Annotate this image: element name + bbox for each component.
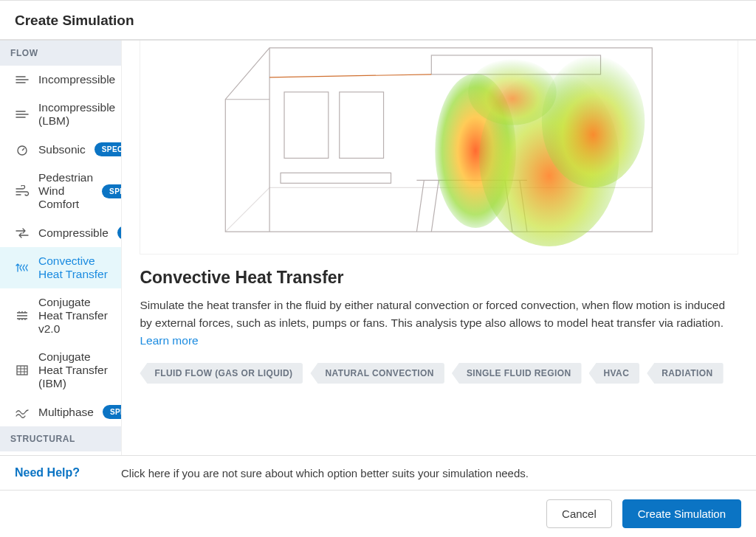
- sim-item-conjugate-heat-v2[interactable]: Conjugate Heat Transfer v2.0: [0, 288, 121, 343]
- simulation-type-sidebar[interactable]: FLOW Incompressible Incompressible (LBM)…: [0, 41, 122, 455]
- sim-item-pedestrian-wind[interactable]: Pedestrian Wind Comfort SPECIAL: [0, 164, 121, 218]
- svg-rect-1: [17, 366, 27, 375]
- flow-icon: [15, 73, 30, 86]
- dialog-title: Create Simulation: [15, 13, 741, 29]
- special-badge: SPECIAL: [103, 405, 122, 419]
- svg-rect-6: [340, 92, 384, 159]
- svg-point-11: [542, 55, 645, 187]
- tag: RADIATION: [647, 363, 723, 384]
- help-row: Need Help? Click here if you are not sur…: [0, 455, 756, 490]
- simulation-tags: FLUID FLOW (GAS OR LIQUID) NATURAL CONVE…: [140, 363, 738, 384]
- svg-rect-7: [281, 173, 391, 183]
- stack-icon: [15, 309, 30, 322]
- sim-item-label: Pedestrian Wind Comfort: [38, 171, 93, 211]
- sim-item-incompressible[interactable]: Incompressible: [0, 66, 121, 94]
- sim-item-label: Incompressible: [38, 73, 115, 86]
- category-header-structural: STRUCTURAL: [0, 426, 121, 451]
- category-header-flow: FLOW: [0, 41, 121, 66]
- detail-description: Simulate the heat transfer in the fluid …: [140, 297, 738, 350]
- special-badge: SPECIAL: [94, 142, 123, 156]
- dialog-header: Create Simulation: [0, 1, 756, 41]
- sim-item-label: Conjugate Heat Transfer (IBM): [38, 350, 108, 390]
- sim-item-convective-heat[interactable]: Convective Heat Transfer: [0, 247, 121, 288]
- help-text: Click here if you are not sure about whi…: [121, 467, 529, 479]
- detail-panel: Convective Heat Transfer Simulate the he…: [122, 41, 756, 455]
- tag: HVAC: [589, 363, 640, 384]
- tag: FLUID FLOW (GAS OR LIQUID): [140, 363, 303, 384]
- special-badge: SPECIAL: [117, 226, 123, 240]
- preview-illustration: [140, 41, 738, 254]
- detail-title: Convective Heat Transfer: [140, 268, 738, 288]
- sim-item-label: Conjugate Heat Transfer v2.0: [38, 296, 108, 336]
- sim-item-label: Subsonic: [38, 143, 86, 156]
- tag: NATURAL CONVECTION: [310, 363, 444, 384]
- sim-item-label: Compressible: [38, 226, 109, 240]
- wave-icon: [15, 406, 30, 419]
- simulation-preview: [140, 41, 738, 254]
- create-simulation-dialog: Create Simulation FLOW Incompressible In…: [0, 0, 756, 537]
- create-simulation-button[interactable]: Create Simulation: [622, 499, 741, 528]
- grid-icon: [15, 364, 30, 377]
- special-badge: SPECIAL: [102, 184, 122, 198]
- sim-item-label: Multiphase: [38, 406, 94, 419]
- gauge-icon: [15, 143, 30, 156]
- cancel-button[interactable]: Cancel: [546, 499, 612, 528]
- sim-item-compressible[interactable]: Compressible SPECIAL: [0, 218, 121, 247]
- sim-item-label: Convective Heat Transfer: [38, 254, 108, 281]
- tag: SINGLE FLUID REGION: [452, 363, 582, 384]
- learn-more-link[interactable]: Learn more: [140, 334, 198, 347]
- dialog-body: FLOW Incompressible Incompressible (LBM)…: [0, 41, 756, 455]
- flow-icon: [15, 108, 30, 121]
- wind-icon: [15, 184, 30, 198]
- sim-item-multiphase[interactable]: Multiphase SPECIAL: [0, 398, 121, 426]
- arrows-icon: [15, 226, 30, 240]
- sim-item-conjugate-heat-ibm[interactable]: Conjugate Heat Transfer (IBM): [0, 343, 121, 398]
- description-text: Simulate the heat transfer in the fluid …: [140, 299, 725, 329]
- sim-item-label: Incompressible (LBM): [38, 101, 115, 128]
- sim-item-static[interactable]: Static: [0, 451, 121, 455]
- sim-item-incompressible-lbm[interactable]: Incompressible (LBM) SPECIAL: [0, 94, 121, 135]
- heat-wave-icon: [15, 261, 30, 274]
- svg-point-12: [469, 59, 557, 125]
- dialog-footer: Cancel Create Simulation: [0, 490, 756, 537]
- sim-item-subsonic[interactable]: Subsonic SPECIAL: [0, 135, 121, 164]
- svg-rect-5: [284, 92, 329, 159]
- need-help-link[interactable]: Need Help?: [15, 466, 80, 479]
